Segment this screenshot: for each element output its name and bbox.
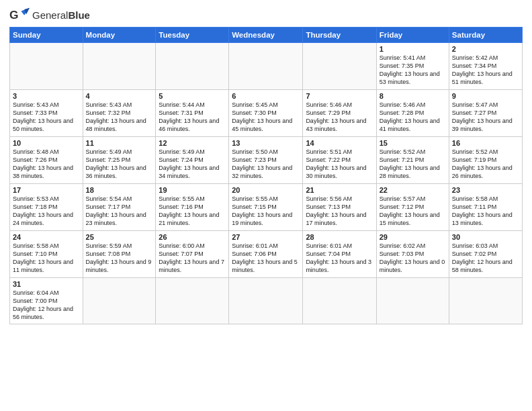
calendar-day-cell: 17Sunrise: 5:53 AM Sunset: 7:18 PM Dayli…	[10, 184, 83, 231]
day-info: Sunrise: 6:01 AM Sunset: 7:06 PM Dayligh…	[232, 242, 300, 275]
day-info: Sunrise: 6:00 AM Sunset: 7:07 PM Dayligh…	[159, 242, 226, 275]
day-number: 24	[13, 233, 80, 241]
day-info: Sunrise: 6:04 AM Sunset: 7:00 PM Dayligh…	[13, 289, 80, 322]
calendar-day-cell: 12Sunrise: 5:49 AM Sunset: 7:24 PM Dayli…	[156, 137, 229, 184]
day-number: 6	[232, 92, 300, 100]
day-info: Sunrise: 5:51 AM Sunset: 7:22 PM Dayligh…	[306, 148, 373, 181]
day-number: 29	[380, 233, 446, 241]
day-number: 14	[306, 139, 373, 147]
day-number: 31	[13, 280, 80, 288]
calendar-day-cell: 26Sunrise: 6:00 AM Sunset: 7:07 PM Dayli…	[156, 231, 229, 278]
calendar-day-cell: 28Sunrise: 6:01 AM Sunset: 7:04 PM Dayli…	[303, 231, 376, 278]
day-info: Sunrise: 5:49 AM Sunset: 7:24 PM Dayligh…	[159, 148, 226, 181]
calendar-day-cell: 8Sunrise: 5:46 AM Sunset: 7:28 PM Daylig…	[376, 90, 449, 137]
day-number: 22	[380, 186, 446, 194]
calendar-day-cell	[10, 43, 83, 90]
day-number: 25	[86, 233, 153, 241]
calendar-day-cell: 19Sunrise: 5:55 AM Sunset: 7:16 PM Dayli…	[156, 184, 229, 231]
day-info: Sunrise: 5:58 AM Sunset: 7:11 PM Dayligh…	[452, 195, 519, 228]
day-number: 11	[86, 139, 153, 147]
day-info: Sunrise: 5:49 AM Sunset: 7:25 PM Dayligh…	[86, 148, 153, 181]
calendar-col-header: Saturday	[449, 28, 522, 43]
calendar-day-cell	[156, 43, 229, 90]
calendar-table: SundayMondayTuesdayWednesdayThursdayFrid…	[9, 27, 523, 324]
calendar-day-cell: 10Sunrise: 5:48 AM Sunset: 7:26 PM Dayli…	[10, 137, 83, 184]
day-info: Sunrise: 5:42 AM Sunset: 7:34 PM Dayligh…	[452, 54, 519, 87]
day-info: Sunrise: 5:53 AM Sunset: 7:18 PM Dayligh…	[13, 195, 80, 228]
day-number: 5	[159, 92, 226, 100]
calendar-day-cell: 16Sunrise: 5:52 AM Sunset: 7:19 PM Dayli…	[449, 137, 522, 184]
calendar-header-row: SundayMondayTuesdayWednesdayThursdayFrid…	[10, 28, 523, 43]
day-number: 26	[159, 233, 226, 241]
day-number: 1	[380, 45, 446, 53]
day-number: 27	[232, 233, 300, 241]
day-info: Sunrise: 5:48 AM Sunset: 7:26 PM Dayligh…	[13, 148, 80, 181]
logo-text: GeneralBlue	[32, 9, 90, 21]
calendar-day-cell	[303, 43, 376, 90]
day-number: 4	[86, 92, 153, 100]
calendar-day-cell: 29Sunrise: 6:02 AM Sunset: 7:03 PM Dayli…	[376, 231, 449, 278]
day-info: Sunrise: 5:46 AM Sunset: 7:29 PM Dayligh…	[306, 101, 373, 134]
calendar-day-cell: 3Sunrise: 5:43 AM Sunset: 7:33 PM Daylig…	[10, 90, 83, 137]
day-number: 9	[452, 92, 519, 100]
day-number: 10	[13, 139, 80, 147]
day-info: Sunrise: 5:41 AM Sunset: 7:35 PM Dayligh…	[380, 54, 446, 87]
svg-text:G: G	[9, 8, 19, 21]
calendar-week-row: 3Sunrise: 5:43 AM Sunset: 7:33 PM Daylig…	[10, 90, 523, 137]
day-info: Sunrise: 5:52 AM Sunset: 7:21 PM Dayligh…	[380, 148, 446, 181]
logo: G GeneralBlue	[9, 7, 90, 23]
calendar-day-cell	[156, 278, 229, 324]
calendar-day-cell: 18Sunrise: 5:54 AM Sunset: 7:17 PM Dayli…	[83, 184, 156, 231]
day-info: Sunrise: 5:46 AM Sunset: 7:28 PM Dayligh…	[380, 101, 446, 134]
day-info: Sunrise: 5:50 AM Sunset: 7:23 PM Dayligh…	[232, 148, 300, 181]
day-number: 3	[13, 92, 80, 100]
calendar-day-cell	[229, 278, 303, 324]
day-number: 2	[452, 45, 519, 53]
day-number: 18	[86, 186, 153, 194]
calendar-day-cell: 27Sunrise: 6:01 AM Sunset: 7:06 PM Dayli…	[229, 231, 303, 278]
day-number: 8	[380, 92, 446, 100]
calendar-day-cell: 1Sunrise: 5:41 AM Sunset: 7:35 PM Daylig…	[376, 43, 449, 90]
calendar-day-cell	[303, 278, 376, 324]
day-info: Sunrise: 5:54 AM Sunset: 7:17 PM Dayligh…	[86, 195, 153, 228]
day-number: 20	[232, 186, 300, 194]
calendar-day-cell: 21Sunrise: 5:56 AM Sunset: 7:13 PM Dayli…	[303, 184, 376, 231]
day-number: 21	[306, 186, 373, 194]
day-number: 15	[380, 139, 446, 147]
day-number: 28	[306, 233, 373, 241]
generalblue-logo-icon: G	[9, 7, 30, 23]
day-info: Sunrise: 5:47 AM Sunset: 7:27 PM Dayligh…	[452, 101, 519, 134]
calendar-week-row: 1Sunrise: 5:41 AM Sunset: 7:35 PM Daylig…	[10, 43, 523, 90]
day-info: Sunrise: 5:57 AM Sunset: 7:12 PM Dayligh…	[380, 195, 446, 228]
calendar-week-row: 17Sunrise: 5:53 AM Sunset: 7:18 PM Dayli…	[10, 184, 523, 231]
day-number: 23	[452, 186, 519, 194]
header: G GeneralBlue	[9, 7, 523, 23]
day-number: 30	[452, 233, 519, 241]
day-info: Sunrise: 5:43 AM Sunset: 7:33 PM Dayligh…	[13, 101, 80, 134]
calendar-col-header: Thursday	[303, 28, 376, 43]
day-number: 16	[452, 139, 519, 147]
day-number: 17	[13, 186, 80, 194]
calendar-col-header: Wednesday	[229, 28, 303, 43]
calendar-week-row: 10Sunrise: 5:48 AM Sunset: 7:26 PM Dayli…	[10, 137, 523, 184]
calendar-day-cell: 7Sunrise: 5:46 AM Sunset: 7:29 PM Daylig…	[303, 90, 376, 137]
day-number: 7	[306, 92, 373, 100]
calendar-week-row: 31Sunrise: 6:04 AM Sunset: 7:00 PM Dayli…	[10, 278, 523, 324]
calendar-day-cell: 22Sunrise: 5:57 AM Sunset: 7:12 PM Dayli…	[376, 184, 449, 231]
day-info: Sunrise: 6:01 AM Sunset: 7:04 PM Dayligh…	[306, 242, 373, 275]
calendar-day-cell: 11Sunrise: 5:49 AM Sunset: 7:25 PM Dayli…	[83, 137, 156, 184]
calendar-day-cell: 30Sunrise: 6:03 AM Sunset: 7:02 PM Dayli…	[449, 231, 522, 278]
calendar-day-cell: 23Sunrise: 5:58 AM Sunset: 7:11 PM Dayli…	[449, 184, 522, 231]
calendar-day-cell: 24Sunrise: 5:58 AM Sunset: 7:10 PM Dayli…	[10, 231, 83, 278]
calendar-day-cell	[83, 278, 156, 324]
calendar-col-header: Tuesday	[156, 28, 229, 43]
calendar-col-header: Friday	[376, 28, 449, 43]
calendar-day-cell: 25Sunrise: 5:59 AM Sunset: 7:08 PM Dayli…	[83, 231, 156, 278]
calendar-day-cell: 4Sunrise: 5:43 AM Sunset: 7:32 PM Daylig…	[83, 90, 156, 137]
calendar-day-cell: 2Sunrise: 5:42 AM Sunset: 7:34 PM Daylig…	[449, 43, 522, 90]
day-info: Sunrise: 5:55 AM Sunset: 7:16 PM Dayligh…	[159, 195, 226, 228]
calendar-col-header: Sunday	[10, 28, 83, 43]
calendar-day-cell	[376, 278, 449, 324]
calendar-day-cell: 9Sunrise: 5:47 AM Sunset: 7:27 PM Daylig…	[449, 90, 522, 137]
day-info: Sunrise: 5:43 AM Sunset: 7:32 PM Dayligh…	[86, 101, 153, 134]
